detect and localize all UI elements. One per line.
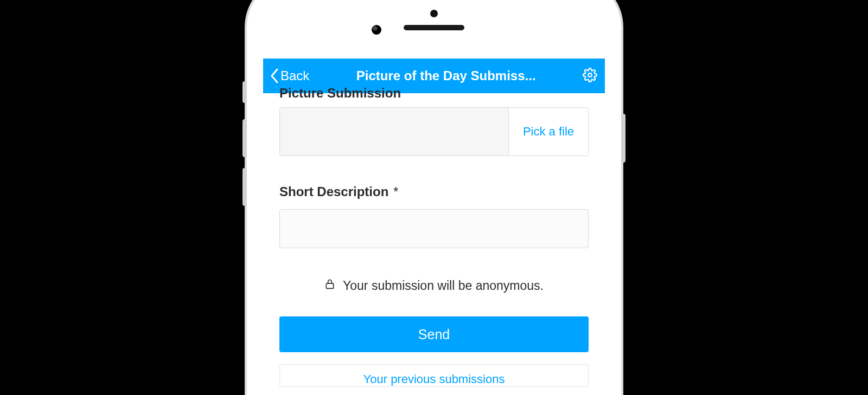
short-description-label-text: Short Description — [279, 184, 388, 199]
anonymous-text: Your submission will be anonymous. — [343, 279, 544, 293]
page-title: Picture of the Day Submiss... — [314, 68, 578, 83]
back-button[interactable]: Back — [271, 68, 309, 83]
settings-button[interactable] — [583, 68, 597, 85]
svg-point-0 — [588, 73, 592, 77]
file-picker-row: Pick a file — [279, 107, 589, 156]
phone-frame: Back Picture of the Day Submiss... Pictu… — [247, 0, 621, 395]
phone-sensor-bar — [263, 0, 605, 52]
required-mark: * — [393, 184, 398, 199]
send-button[interactable]: Send — [279, 316, 589, 352]
speaker-icon — [404, 25, 464, 30]
form-body: Picture Submission Pick a file Short Des… — [263, 86, 605, 387]
previous-submissions-button[interactable]: Your previous submissions — [279, 364, 589, 387]
short-description-label: Short Description * — [279, 184, 589, 199]
phone-screen: Back Picture of the Day Submiss... Pictu… — [263, 52, 605, 395]
chevron-left-icon — [271, 68, 278, 83]
pick-file-button[interactable]: Pick a file — [509, 108, 588, 156]
short-description-input[interactable] — [279, 209, 589, 248]
svg-rect-1 — [326, 283, 333, 288]
lock-icon — [324, 277, 335, 294]
gear-icon — [583, 75, 597, 84]
proximity-sensor-icon — [430, 10, 438, 17]
front-camera-icon — [372, 25, 381, 35]
phone-side-button — [242, 168, 247, 206]
anonymous-notice: Your submission will be anonymous. — [279, 277, 589, 294]
back-label: Back — [280, 68, 309, 83]
phone-side-button — [621, 114, 626, 163]
phone-side-button — [242, 81, 247, 103]
status-bar — [263, 52, 605, 59]
file-display-field[interactable] — [280, 108, 509, 156]
phone-side-button — [242, 119, 247, 157]
picture-submission-label: Picture Submission — [279, 86, 589, 101]
